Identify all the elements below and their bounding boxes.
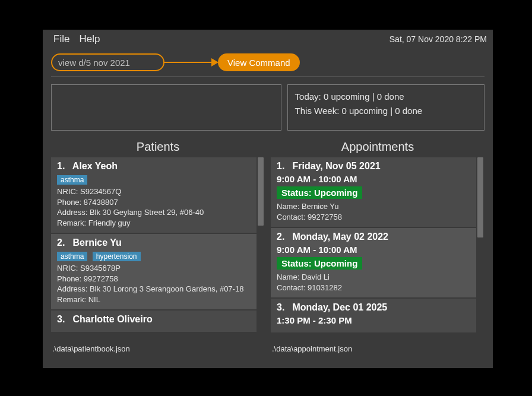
appointments-title: Appointments bbox=[271, 139, 484, 157]
patient-nric: NRIC: S9234567Q bbox=[57, 186, 251, 197]
info-row: Today: 0 upcoming | 0 done This Week: 0 … bbox=[51, 84, 484, 131]
patient-remark: Remark: Friendly guy bbox=[57, 218, 251, 229]
view-command-button[interactable]: View Command bbox=[218, 53, 300, 71]
patients-file-path: .\data\patientbook.json bbox=[51, 341, 265, 357]
appointment-patient-name: Name: David Li bbox=[277, 272, 470, 283]
patient-phone: Phone: 99272758 bbox=[57, 274, 251, 284]
patient-name: 1. Alex Yeoh bbox=[57, 161, 251, 172]
scrollbar-thumb[interactable] bbox=[477, 157, 483, 237]
appointment-date: 2. Monday, May 02 2022 bbox=[277, 232, 470, 242]
result-box bbox=[51, 84, 281, 131]
patient-tags: asthma bbox=[57, 174, 251, 185]
patient-address: Address: Blk 30 Geylang Street 29, #06-4… bbox=[57, 207, 251, 218]
patients-list: 1. Alex Yeoh asthma NRIC: S9234567Q Phon… bbox=[51, 157, 265, 338]
summary-today: Today: 0 upcoming | 0 done bbox=[295, 90, 477, 104]
patient-remark: Remark: NIL bbox=[57, 294, 251, 305]
status-badge: Status: Upcoming bbox=[277, 257, 362, 270]
appointments-panel: Appointments 1. Friday, Nov 05 2021 9:00… bbox=[271, 139, 484, 338]
appointment-time: 1:30 PM - 2:30 PM bbox=[277, 315, 470, 325]
patient-card[interactable]: 1. Alex Yeoh asthma NRIC: S9234567Q Phon… bbox=[51, 157, 256, 233]
patients-title: Patients bbox=[51, 139, 265, 157]
status-badge: Status: Upcoming bbox=[277, 186, 362, 199]
patients-scrollbar[interactable] bbox=[258, 157, 264, 338]
appointment-date: 1. Friday, Nov 05 2021 bbox=[277, 161, 470, 172]
command-input-text: view d/5 nov 2021 bbox=[58, 58, 130, 68]
patient-name: 2. Bernice Yu bbox=[57, 237, 251, 248]
lists-row: Patients 1. Alex Yeoh asthma NRIC: S9234… bbox=[51, 139, 484, 338]
appointment-patient-name: Name: Bernice Yu bbox=[277, 201, 470, 212]
appointment-contact: Contact: 91031282 bbox=[277, 283, 470, 293]
menu-file[interactable]: File bbox=[53, 33, 69, 45]
patient-phone: Phone: 87438807 bbox=[57, 197, 251, 208]
view-command-label: View Command bbox=[227, 58, 290, 68]
scrollbar-thumb[interactable] bbox=[258, 157, 264, 226]
patient-card[interactable]: 3. Charlotte Oliveiro bbox=[51, 311, 256, 332]
summary-week: This Week: 0 upcoming | 0 done bbox=[295, 104, 477, 118]
command-input[interactable]: view d/5 nov 2021 bbox=[51, 53, 164, 71]
footer-row: .\data\patientbook.json .\data\appointme… bbox=[51, 341, 484, 357]
patients-panel: Patients 1. Alex Yeoh asthma NRIC: S9234… bbox=[51, 139, 265, 338]
appointment-card[interactable]: 3. Monday, Dec 01 2025 1:30 PM - 2:30 PM bbox=[271, 299, 476, 332]
arrow-line bbox=[164, 62, 214, 63]
appointments-list: 1. Friday, Nov 05 2021 9:00 AM - 10:00 A… bbox=[271, 157, 484, 338]
appointment-date: 3. Monday, Dec 01 2025 bbox=[277, 302, 470, 313]
current-datetime: Sat, 07 Nov 2020 8:22 PM bbox=[390, 34, 487, 44]
patient-card[interactable]: 2. Bernice Yu asthma hypertension NRIC: … bbox=[51, 234, 256, 309]
command-row: view d/5 nov 2021 View Command bbox=[51, 53, 484, 77]
menu-bar: File Help Sat, 07 Nov 2020 8:22 PM bbox=[43, 30, 493, 49]
appointments-scrollbar[interactable] bbox=[477, 157, 483, 338]
appointment-time: 9:00 AM - 10:00 AM bbox=[277, 245, 470, 255]
appointments-file-path: .\data\appointment.json bbox=[271, 341, 484, 357]
tag: hypertension bbox=[93, 252, 141, 261]
patient-nric: NRIC: S9345678P bbox=[57, 263, 251, 274]
patient-name: 3. Charlotte Oliveiro bbox=[57, 314, 251, 325]
appointment-card[interactable]: 2. Monday, May 02 2022 9:00 AM - 10:00 A… bbox=[271, 228, 476, 297]
summary-box: Today: 0 upcoming | 0 done This Week: 0 … bbox=[287, 84, 484, 131]
tag: asthma bbox=[57, 252, 87, 261]
appointment-card[interactable]: 1. Friday, Nov 05 2021 9:00 AM - 10:00 A… bbox=[271, 157, 476, 227]
appointment-time: 9:00 AM - 10:00 AM bbox=[277, 174, 470, 184]
menu-help[interactable]: Help bbox=[79, 33, 100, 45]
patient-tags: asthma hypertension bbox=[57, 251, 251, 261]
command-underline bbox=[51, 77, 484, 77]
app-window: File Help Sat, 07 Nov 2020 8:22 PM view … bbox=[43, 30, 493, 368]
patient-address: Address: Blk 30 Lorong 3 Serangoon Garde… bbox=[57, 284, 251, 294]
appointment-contact: Contact: 99272758 bbox=[277, 212, 470, 223]
tag: asthma bbox=[57, 175, 87, 185]
